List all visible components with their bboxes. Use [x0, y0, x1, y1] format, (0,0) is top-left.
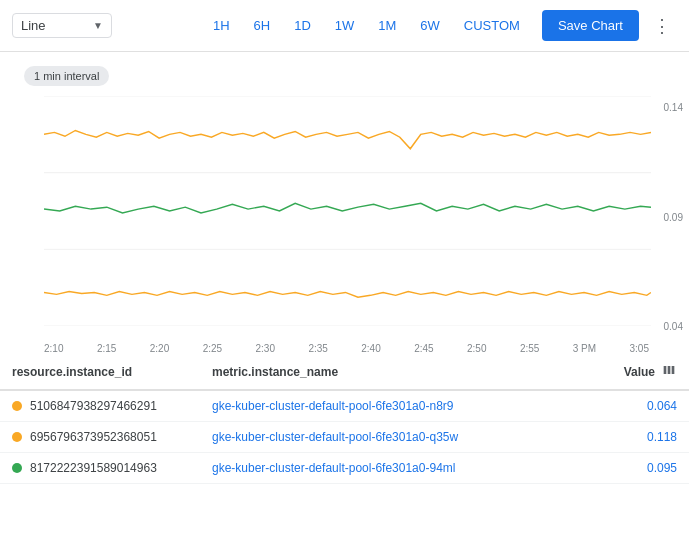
instance-id-text-2: 6956796373952368051: [30, 430, 157, 444]
cell-instance-name-1[interactable]: gke-kuber-cluster-default-pool-6fe301a0-…: [200, 390, 589, 422]
x-label-8: 2:50: [467, 343, 486, 354]
x-label-9: 2:55: [520, 343, 539, 354]
x-axis-labels: 2:10 2:15 2:20 2:25 2:30 2:35 2:40 2:45 …: [44, 343, 649, 354]
table-body: 510684793829746​6291 gke-kuber-cluster-d…: [0, 390, 689, 484]
time-filter-1d[interactable]: 1D: [284, 12, 321, 39]
y-label-max: 0.14: [649, 102, 683, 113]
cell-value-1: 0.064: [589, 390, 689, 422]
cell-instance-id-3: 8172222391589014963: [0, 453, 200, 484]
interval-badge: 1 min interval: [24, 66, 109, 86]
orange-line-2: [44, 292, 651, 298]
x-label-2: 2:20: [150, 343, 169, 354]
instance-id-text-1: 510684793829746​6291: [30, 399, 157, 413]
x-label-4: 2:30: [256, 343, 275, 354]
col-instance-id: resource.instance_id: [0, 354, 200, 390]
save-chart-button[interactable]: Save Chart: [542, 10, 639, 41]
time-filter-1m[interactable]: 1M: [368, 12, 406, 39]
time-filter-6h[interactable]: 6H: [244, 12, 281, 39]
x-label-6: 2:40: [361, 343, 380, 354]
x-label-11: 3:05: [630, 343, 649, 354]
x-label-10: 3 PM: [573, 343, 596, 354]
table-header: resource.instance_id metric.instance_nam…: [0, 354, 689, 390]
metrics-table: resource.instance_id metric.instance_nam…: [0, 354, 689, 484]
cell-instance-name-2[interactable]: gke-kuber-cluster-default-pool-6fe301a0-…: [200, 422, 589, 453]
col-instance-name: metric.instance_name: [200, 354, 589, 390]
x-label-3: 2:25: [203, 343, 222, 354]
more-options-button[interactable]: ⋮: [647, 11, 677, 41]
dot-orange-2: [12, 432, 22, 442]
cell-value-2: 0.118: [589, 422, 689, 453]
cell-instance-name-3[interactable]: gke-kuber-cluster-default-pool-6fe301a0-…: [200, 453, 589, 484]
chart-type-dropdown[interactable]: Line ▼: [12, 13, 112, 38]
chart-type-label: Line: [21, 18, 46, 33]
cell-instance-id-1: 510684793829746​6291: [0, 390, 200, 422]
orange-line-1: [44, 131, 651, 149]
x-label-1: 2:15: [97, 343, 116, 354]
table-row: 6956796373952368051 gke-kuber-cluster-de…: [0, 422, 689, 453]
top-bar: Line ▼ 1H 6H 1D 1W 1M 6W CUSTOM Save Cha…: [0, 0, 689, 52]
time-filter-custom[interactable]: CUSTOM: [454, 12, 530, 39]
x-label-7: 2:45: [414, 343, 433, 354]
time-filter-1w[interactable]: 1W: [325, 12, 365, 39]
green-line: [44, 203, 651, 213]
col-value: Value: [589, 354, 689, 390]
dot-green-1: [12, 463, 22, 473]
line-chart-svg: [44, 96, 651, 326]
table-header-row: resource.instance_id metric.instance_nam…: [0, 354, 689, 390]
chart-canvas-area: [44, 96, 651, 354]
table-row: 8172222391589014963 gke-kuber-cluster-de…: [0, 453, 689, 484]
time-filter-bar: 1H 6H 1D 1W 1M 6W CUSTOM Save Chart ⋮: [203, 10, 677, 41]
y-label-mid: 0.09: [649, 212, 683, 223]
value-col-label: Value: [624, 365, 655, 379]
instance-id-text-3: 8172222391589014963: [30, 461, 157, 475]
x-label-0: 2:10: [44, 343, 63, 354]
chart-area: 0.14 0.09 0.04 2:10 2:15: [0, 96, 689, 354]
data-table-section: resource.instance_id metric.instance_nam…: [0, 354, 689, 484]
main-content: 1 min interval 0.14 0.09 0.04: [0, 52, 689, 536]
columns-icon[interactable]: [661, 362, 677, 381]
chevron-down-icon: ▼: [93, 20, 103, 31]
y-label-min: 0.04: [649, 321, 683, 332]
x-label-5: 2:35: [308, 343, 327, 354]
y-axis-labels: 0.14 0.09 0.04: [649, 100, 683, 334]
dot-orange-1: [12, 401, 22, 411]
cell-value-3: 0.095: [589, 453, 689, 484]
time-filter-6w[interactable]: 6W: [410, 12, 450, 39]
time-filter-1h[interactable]: 1H: [203, 12, 240, 39]
cell-instance-id-2: 6956796373952368051: [0, 422, 200, 453]
table-row: 510684793829746​6291 gke-kuber-cluster-d…: [0, 390, 689, 422]
